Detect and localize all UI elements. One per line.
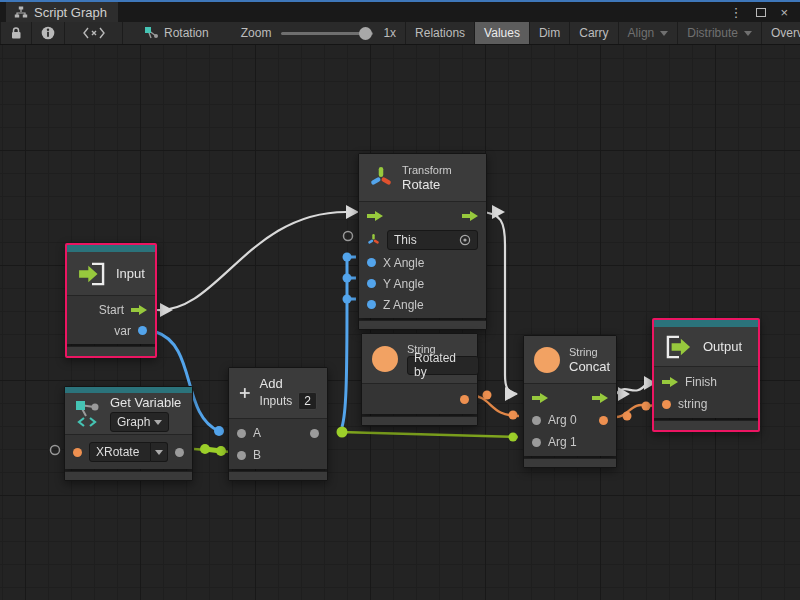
flow-out-icon[interactable] — [462, 211, 478, 221]
port-arg1[interactable]: Arg 1 — [524, 431, 616, 453]
port-label: Finish — [685, 375, 717, 389]
node-get-variable[interactable]: Get Variable Graph XRotate — [64, 386, 193, 481]
port-x-angle[interactable]: X Angle — [359, 252, 486, 273]
rotate-tool-icon — [369, 165, 393, 191]
node-input[interactable]: Input Start var — [65, 243, 157, 358]
port-finish[interactable]: Finish — [654, 371, 758, 393]
flow-out-icon[interactable] — [592, 393, 608, 403]
breadcrumb-label: Rotation — [164, 26, 209, 40]
breadcrumb-rotation[interactable]: Rotation — [135, 22, 218, 44]
align-caret-icon — [660, 31, 668, 36]
inspect-button[interactable] — [32, 22, 65, 44]
flow-in-icon[interactable] — [367, 211, 383, 221]
values-button[interactable]: Values — [474, 22, 529, 44]
value-port-icon — [367, 258, 376, 267]
value-droplet — [509, 411, 518, 420]
port-label: Y Angle — [383, 277, 424, 291]
output-unit-icon — [664, 335, 694, 359]
value-droplet — [343, 295, 352, 304]
port-y-angle[interactable]: Y Angle — [359, 273, 486, 294]
carry-label: Carry — [579, 26, 608, 40]
port-this[interactable]: This — [359, 227, 486, 252]
flow-ports-row[interactable] — [524, 387, 616, 409]
port-label: Z Angle — [383, 298, 424, 312]
node-string-concat[interactable]: String Concat Arg 0 Arg 1 — [523, 335, 617, 468]
port-string[interactable]: string — [654, 393, 758, 415]
flow-in-icon[interactable] — [532, 393, 548, 403]
flow-ports-row[interactable] — [359, 205, 486, 227]
node-footer — [524, 458, 616, 467]
variable-name-value: XRotate — [96, 445, 139, 459]
graph-toolbar: Rotation Zoom 1x Relations Values Dim Ca… — [0, 22, 800, 45]
this-object-field[interactable]: This — [387, 230, 478, 250]
lock-button[interactable] — [0, 22, 32, 44]
align-button[interactable]: Align — [618, 22, 678, 44]
node-footer — [359, 320, 486, 329]
value-droplet — [214, 426, 224, 436]
variable-dropdown-button[interactable] — [151, 442, 168, 462]
string-value-field[interactable]: Rotated by — [407, 356, 479, 375]
value-port-icon — [367, 300, 376, 309]
port-label: Arg 1 — [548, 435, 577, 449]
distribute-caret-icon — [744, 31, 752, 36]
dim-button[interactable]: Dim — [529, 22, 569, 44]
tab-script-graph[interactable]: Script Graph — [6, 2, 118, 22]
value-droplet — [343, 274, 352, 283]
distribute-button[interactable]: Distribute — [677, 22, 761, 44]
variable-name-field[interactable]: XRotate — [89, 442, 151, 462]
variable-kind-dropdown[interactable]: Graph — [110, 412, 169, 432]
output-port-icon — [460, 395, 469, 404]
object-picker-icon[interactable] — [459, 234, 471, 246]
edit-graph-button[interactable] — [65, 22, 123, 44]
value-droplet — [623, 412, 632, 421]
node-transform-rotate[interactable]: Transform Rotate This — [358, 153, 487, 330]
this-value: This — [394, 233, 417, 247]
value-droplet — [343, 253, 352, 262]
value-port-icon — [237, 451, 246, 460]
port-label: Start — [99, 303, 124, 317]
value-port-icon[interactable] — [73, 448, 82, 457]
wire-add-to-concat-arg1[interactable] — [340, 432, 518, 437]
overview-button[interactable]: Overview — [761, 22, 800, 44]
node-footer — [67, 346, 155, 356]
add-icon — [239, 380, 251, 406]
toolbar-right-group: Relations Values Dim Carry Align Distrib… — [405, 22, 800, 44]
unconnected-port-ring[interactable] — [51, 446, 60, 455]
node-title: Output — [703, 339, 742, 354]
value-droplet — [216, 446, 226, 456]
zoom-slider-knob[interactable] — [359, 27, 372, 40]
port-a[interactable]: A — [229, 422, 327, 444]
close-icon[interactable]: × — [780, 5, 788, 20]
graph-canvas[interactable]: Input Start var — [0, 45, 800, 600]
window-menu-icon[interactable]: ⋮ — [729, 5, 742, 20]
inputs-count-field[interactable]: 2 — [298, 392, 317, 410]
align-label: Align — [628, 26, 655, 40]
port-z-angle[interactable]: Z Angle — [359, 294, 486, 315]
relations-button[interactable]: Relations — [405, 22, 474, 44]
port-start[interactable]: Start — [67, 299, 155, 320]
node-footer — [362, 416, 477, 425]
node-title: Concat — [569, 359, 610, 374]
lock-icon — [10, 26, 22, 40]
window-controls: ⋮ × — [729, 2, 800, 22]
node-add[interactable]: Add Inputs 2 A B — [228, 367, 328, 481]
string-value: Rotated by — [414, 351, 472, 379]
zoom-slider[interactable] — [281, 32, 373, 35]
wire-start-to-rotate[interactable] — [157, 212, 346, 310]
unconnected-port-ring[interactable] — [344, 232, 353, 241]
port-arg0[interactable]: Arg 0 — [524, 409, 616, 431]
port-b[interactable]: B — [229, 444, 327, 466]
node-output[interactable]: Output Finish string — [652, 318, 760, 432]
port-string-output[interactable] — [362, 387, 477, 411]
flow-arrowhead — [505, 387, 518, 401]
output-port-icon[interactable] — [310, 429, 319, 438]
port-var[interactable]: var — [67, 320, 155, 341]
node-string-literal[interactable]: String Rotated by — [361, 333, 478, 426]
value-port-icon — [138, 326, 147, 335]
value-droplet — [200, 444, 210, 454]
carry-button[interactable]: Carry — [569, 22, 617, 44]
output-port-icon[interactable] — [599, 416, 608, 425]
value-droplet — [483, 391, 492, 400]
output-port-icon[interactable] — [175, 448, 184, 457]
maximize-icon[interactable] — [756, 8, 766, 17]
